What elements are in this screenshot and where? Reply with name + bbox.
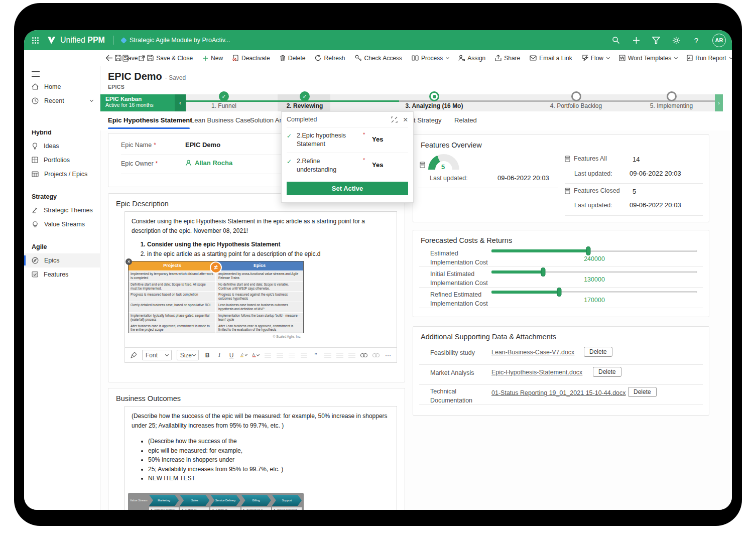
bpf-next-stage-button[interactable]: › (715, 94, 723, 111)
assign-button[interactable]: Assign (458, 55, 485, 62)
font-color-icon[interactable]: A (252, 352, 259, 358)
sidebar-item-features[interactable]: Features (24, 267, 100, 282)
outdent-icon[interactable] (288, 353, 295, 357)
sidebar-item-ideas[interactable]: Ideas (24, 139, 100, 153)
bpf-stage-funnel[interactable]: ✓ 1. Funnel (199, 94, 249, 109)
sidebar-item-projects-epics[interactable]: Projects / Epics (24, 167, 100, 181)
hamburger-menu-icon[interactable] (32, 71, 40, 77)
sidebar-item-home[interactable]: Home (24, 80, 100, 94)
sidebar-item-recent[interactable]: Recent (24, 94, 100, 108)
initial-cost-label: Initial EstimatedImplementation Cost (430, 269, 488, 288)
goals-label: Goals / Outcomes (130, 507, 148, 510)
align-center-icon[interactable] (336, 353, 343, 357)
step-value: Yes (372, 136, 383, 143)
quick-create-icon[interactable] (632, 36, 640, 44)
flow-button[interactable]: Flow (582, 55, 609, 62)
epic-name-value[interactable]: EPIC Demo (185, 141, 220, 149)
bpf-kanban-chip[interactable]: EPIC Kanban Active for 16 months ‹ (100, 94, 186, 111)
bpf-stage-portfolio-backlog[interactable]: 4. Portfolio Backlog (537, 94, 615, 109)
run-report-button[interactable]: Run Report (687, 55, 732, 62)
record-title: EPIC Demo- Saved (108, 71, 186, 82)
current-app[interactable]: Strategic Agile Module by ProActiv... (121, 37, 230, 44)
quote-icon[interactable]: ” (312, 351, 319, 359)
bullet-list-icon[interactable] (264, 353, 271, 357)
more-options-icon[interactable]: ··· (385, 352, 392, 359)
process-button[interactable]: Process (412, 55, 449, 62)
highlight-icon[interactable] (240, 352, 247, 358)
delete-attachment-button[interactable]: Delete (628, 387, 657, 397)
sidebar-item-value-streams[interactable]: Value Streams (24, 217, 100, 231)
deactivate-button[interactable]: Deactivate (232, 55, 270, 62)
email-link-button[interactable]: Email a Link (530, 55, 572, 62)
slider-handle[interactable] (541, 267, 545, 277)
slider-handle[interactable] (557, 288, 562, 297)
align-right-icon[interactable] (348, 353, 355, 357)
refined-cost-slider[interactable] (491, 287, 697, 297)
epic-description-editor[interactable]: Consider using the epic Hypothesis State… (124, 211, 397, 363)
richtext-toolbar: Font Size B I U A ” (125, 347, 397, 362)
feasibility-file-link[interactable]: Lean-Business-Case-V7.docx (491, 349, 574, 356)
underline-button[interactable]: U (228, 352, 235, 359)
settings-gear-icon[interactable] (672, 36, 680, 44)
help-icon[interactable]: ? (692, 36, 700, 44)
market-analysis-file-link[interactable]: Epic-Hypothesis-Statement.docx (491, 369, 582, 376)
share-button[interactable]: Share (495, 55, 520, 62)
kanban-collapse-chevron[interactable]: ‹ (175, 94, 186, 111)
link-icon[interactable] (360, 353, 367, 357)
stage-step-row[interactable]: ✓ 2.Refine understanding * Yes (287, 153, 408, 178)
slider-handle[interactable] (586, 246, 590, 255)
italic-button[interactable]: I (216, 351, 223, 359)
sidebar-item-epics[interactable]: Epics (24, 253, 100, 267)
record-icon (420, 162, 425, 168)
estimated-cost-slider[interactable] (491, 246, 697, 256)
technical-doc-file-link[interactable]: 01-Status Reporting 19_01_2021 15-10-44.… (491, 389, 626, 396)
unlink-icon[interactable] (372, 353, 380, 357)
indent-icon[interactable] (300, 353, 307, 357)
epic-owner-lookup[interactable]: Allan Rocha (185, 159, 232, 167)
back-button[interactable] (105, 55, 113, 61)
bpf-stage-reviewing[interactable]: ✓ 2. Reviewing (280, 94, 330, 109)
stage-step-row[interactable]: ✓ 2.Epic hypothesis Statement * Yes (287, 127, 408, 153)
check-access-button[interactable]: Check Access (355, 55, 402, 62)
word-templates-button[interactable]: Word Templates (619, 55, 677, 62)
bpf-stage-implementing[interactable]: 5. Implementing (640, 94, 703, 109)
description-list: Consider using the epic Hypothesis State… (147, 240, 393, 258)
stream-stage: Billing (241, 495, 271, 506)
set-active-button[interactable]: Set Active (287, 182, 408, 195)
save-close-button[interactable]: Save & Close (147, 55, 193, 62)
size-select[interactable]: Size (177, 350, 199, 360)
record-set-icon[interactable] (122, 55, 129, 62)
clock-icon (32, 97, 39, 104)
search-icon[interactable] (612, 36, 620, 44)
filter-icon[interactable] (652, 36, 660, 44)
tab-lean-business-case[interactable]: Lean Business Case (191, 116, 250, 124)
numbered-list-icon[interactable] (276, 353, 283, 357)
refresh-button[interactable]: Refresh (315, 55, 345, 62)
bold-button[interactable]: B (204, 352, 211, 359)
expand-icon[interactable] (391, 116, 398, 123)
tab-epic-hypothesis-statement[interactable]: Epic Hypothesis Statement (108, 116, 192, 124)
format-painter-icon[interactable] (130, 352, 137, 358)
close-icon[interactable]: ✕ (403, 116, 408, 123)
avatar[interactable]: AR (712, 34, 726, 47)
sidebar-item-strategic-themes[interactable]: Strategic Themes (24, 203, 100, 217)
tab-related[interactable]: Related (454, 116, 477, 124)
delete-attachment-button[interactable]: Delete (584, 347, 612, 357)
font-select[interactable]: Font (142, 350, 172, 360)
new-button[interactable]: New (202, 55, 223, 62)
delete-attachment-button[interactable]: Delete (593, 367, 621, 377)
features-overview-title: Features Overview (421, 141, 482, 149)
sidebar-item-portfolios[interactable]: Portfolios (24, 153, 100, 167)
popout-icon[interactable] (139, 55, 145, 61)
waffle-icon[interactable] (31, 36, 39, 44)
bpf-stage-analyzing[interactable]: 3. Analyzing (16 Mo) (394, 94, 474, 109)
business-outcomes-editor[interactable]: (Describe how the success of the epic wi… (124, 406, 397, 510)
initial-cost-slider[interactable] (491, 267, 697, 277)
close-icon[interactable]: ✕ (125, 258, 132, 265)
app-logo[interactable]: Unified PPM (47, 36, 105, 45)
projects-epics-table-image: ✕ ≠ Projects Epics Implemented by tempor… (128, 261, 304, 333)
delete-button[interactable]: Delete (280, 55, 306, 62)
align-left-icon[interactable] (324, 353, 331, 357)
outcomes-bullets: (Describe how the success of the epic wi… (148, 437, 394, 483)
chevron-down-icon[interactable] (90, 98, 93, 102)
